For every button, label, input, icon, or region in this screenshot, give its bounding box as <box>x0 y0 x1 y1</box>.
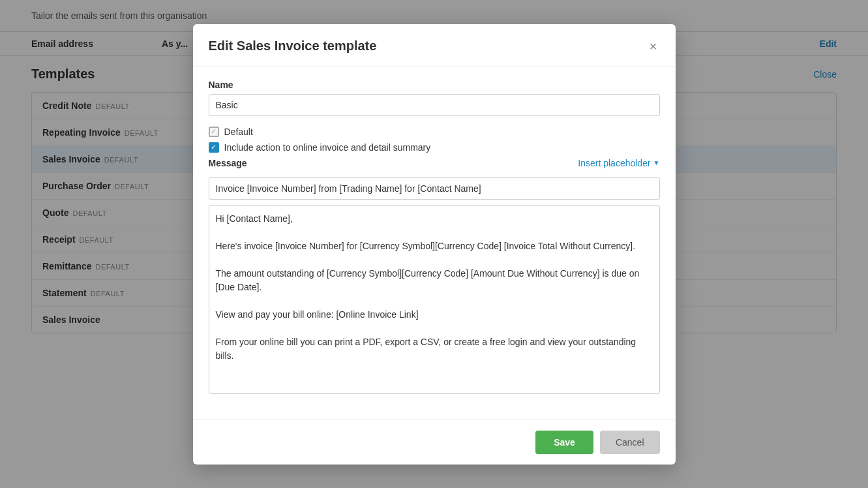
modal-overlay: Edit Sales Invoice template × Name ✓ Def… <box>0 0 868 488</box>
subject-input[interactable] <box>209 177 660 200</box>
include-action-checkbox-box[interactable]: ✓ <box>209 142 219 153</box>
cancel-button[interactable]: Cancel <box>600 431 660 454</box>
include-action-checkmark: ✓ <box>211 144 217 151</box>
include-action-label: Include action to online invoice and det… <box>224 142 431 153</box>
message-body-textarea[interactable] <box>209 205 660 394</box>
edit-modal: Edit Sales Invoice template × Name ✓ Def… <box>193 24 676 465</box>
save-button[interactable]: Save <box>535 431 593 454</box>
default-checkbox-box[interactable]: ✓ <box>209 127 219 137</box>
include-action-checkbox-row: ✓ Include action to online invoice and d… <box>209 142 660 153</box>
message-header: Message Insert placeholder ▼ <box>209 158 660 168</box>
name-field-group: Name <box>209 80 660 116</box>
insert-placeholder-arrow-icon: ▼ <box>653 159 660 166</box>
default-checkbox-label: Default <box>224 127 253 137</box>
default-checkmark: ✓ <box>211 128 217 135</box>
message-field-group: Message Insert placeholder ▼ <box>209 158 660 396</box>
insert-placeholder-button[interactable]: Insert placeholder ▼ <box>578 158 659 168</box>
modal-body: Name ✓ Default ✓ Include action to onlin… <box>193 67 676 419</box>
default-checkbox-row: ✓ Default <box>209 127 660 137</box>
modal-close-button[interactable]: × <box>647 37 660 55</box>
page-background: Tailor the emails sent from this organis… <box>0 0 868 488</box>
subject-field-wrapper <box>209 172 660 200</box>
modal-title: Edit Sales Invoice template <box>209 38 377 53</box>
modal-footer: Save Cancel <box>193 419 676 465</box>
modal-header: Edit Sales Invoice template × <box>193 24 676 67</box>
message-label: Message <box>209 158 247 168</box>
name-input[interactable] <box>209 94 660 116</box>
name-label: Name <box>209 80 660 90</box>
